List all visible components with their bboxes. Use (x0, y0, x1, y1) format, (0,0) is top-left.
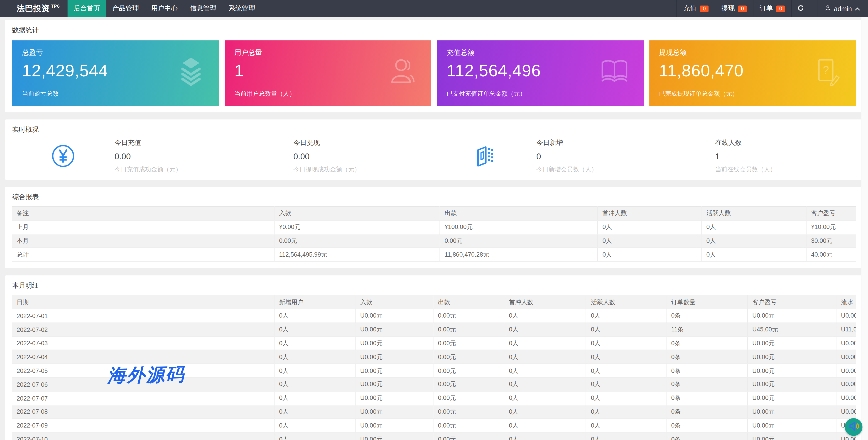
table-cell: 2022-07-05 (12, 364, 275, 378)
table-cell: 0条 (666, 364, 748, 378)
table-cell: 0人 (504, 309, 586, 323)
column-header: 备注 (12, 206, 275, 221)
table-cell: U0.00元 (836, 364, 856, 378)
table-cell: 0人 (274, 405, 355, 419)
table-cell: 总计 (12, 248, 275, 262)
table-row: 总计112,564,495.99元11,860,470.28元0人0人40.00… (12, 248, 856, 262)
table-cell: 0人 (702, 248, 807, 262)
table-cell: 11,860,470.28元 (440, 248, 598, 262)
table-cell: ¥0.00元 (274, 221, 440, 234)
menu-item[interactable]: 信息管理 (184, 0, 222, 17)
navbar: 法巴投资 TP6 后台首页产品管理用户中心信息管理系统管理 充值0提现0订单0 … (0, 0, 868, 17)
summary-report-table: 备注入款出款首冲人数活跃人数客户盈亏上月¥0.00元¥100.00元0人0人¥1… (12, 206, 856, 262)
table-cell: 上月 (12, 221, 275, 234)
realtime-panel: 实时概况 今日充值 0.00 今日充值成功金额（元） (5, 120, 863, 180)
realtime-panel-title: 实时概况 (12, 126, 856, 133)
refresh-button[interactable] (791, 0, 810, 17)
sound-toggle-button[interactable] (845, 418, 862, 436)
navbar-right: 充值0提现0订单0 admin (677, 0, 868, 17)
summary-report-title: 综合报表 (12, 194, 856, 200)
table-row: 2022-07-030人U0.00元0.00元0人0人0条U0.00元U0.00… (12, 336, 856, 350)
quick-counters: 充值0提现0订单0 (677, 0, 791, 17)
table-cell: U0.00元 (355, 309, 433, 323)
table-cell: 0条 (666, 405, 748, 419)
table-cell: 2022-07-02 (12, 323, 275, 336)
menu-item[interactable]: 产品管理 (106, 0, 145, 17)
stat-value: 0.00 (293, 151, 433, 161)
table-cell: 0人 (586, 323, 666, 336)
table-cell: U0.00元 (836, 309, 856, 323)
stat-label: 今日新增 (536, 138, 676, 147)
stats-panel: 数据统计 总盈亏 12,429,544 当前盈亏总数 (5, 20, 863, 112)
chevron-up-icon (855, 5, 860, 12)
table-cell: 0.00元 (433, 364, 504, 378)
quick-counter-label: 充值 (683, 4, 697, 13)
table-cell: 0.00元 (433, 432, 504, 440)
realtime-stat-online: 在线人数 1 当前在线会员数（人） (715, 138, 855, 174)
column-header: 出款 (433, 295, 504, 309)
count-badge: 0 (776, 5, 785, 12)
card-label: 用户总量 (235, 48, 421, 57)
table-cell: 2022-07-07 (12, 391, 275, 405)
table-cell: 2022-07-08 (12, 405, 275, 419)
count-badge: 0 (700, 5, 709, 12)
menu-item[interactable]: 系统管理 (222, 0, 261, 17)
table-cell: 0人 (702, 221, 807, 234)
column-header: 日期 (12, 295, 275, 309)
table-cell: 0人 (504, 432, 586, 440)
table-cell: U0.00元 (355, 377, 433, 391)
table-cell: 0人 (504, 419, 586, 433)
realtime-group-money: 今日充值 0.00 今日充值成功金额（元） 今日提现 0.00 今日提现成功金额… (12, 138, 434, 174)
table-cell: 0人 (586, 309, 666, 323)
table-cell: 0.00元 (433, 391, 504, 405)
svg-text:?: ? (823, 64, 829, 77)
table-cell: 2022-07-03 (12, 336, 275, 350)
table-cell: U0.00元 (355, 350, 433, 364)
table-cell: U0.00元 (355, 432, 433, 440)
table-cell: 2022-07-01 (12, 309, 275, 323)
brand-logo[interactable]: 法巴投资 TP6 (0, 0, 68, 17)
yuan-circle-icon (51, 144, 75, 168)
quick-counter[interactable]: 订单0 (753, 0, 791, 17)
menu-item[interactable]: 后台首页 (68, 0, 106, 17)
username: admin (834, 5, 852, 12)
table-cell: 0人 (586, 405, 666, 419)
column-header: 活跃人数 (586, 295, 666, 309)
main-menu: 后台首页产品管理用户中心信息管理系统管理 (68, 0, 261, 17)
card-label: 提现总额 (659, 48, 846, 57)
table-cell: U0.00元 (355, 323, 433, 336)
table-cell: U0.00元 (355, 336, 433, 350)
table-cell: 0.00元 (433, 377, 504, 391)
realtime-group-members: 今日新增 0 今日新增会员数（人） 在线人数 1 当前在线会员数（人） (434, 138, 856, 174)
table-row: 2022-07-090人U0.00元0.00元0人0人0条U0.00元U0.00… (12, 419, 856, 433)
stat-card-total-withdraw: 提现总额 11,860,470 已完成提现订单总金额（元） ? (649, 40, 856, 106)
menu-item[interactable]: 用户中心 (145, 0, 184, 17)
column-header: 出款 (440, 206, 598, 221)
card-desc: 当前盈亏总数 (22, 90, 209, 98)
table-cell: U0.00元 (836, 336, 856, 350)
table-cell: 112,564,495.99元 (274, 248, 440, 262)
quick-counter[interactable]: 充值0 (677, 0, 715, 17)
table-row: 2022-07-070人U0.00元0.00元0人0人0条U0.00元U0.00… (12, 391, 856, 405)
table-cell: U0.00元 (747, 350, 836, 364)
table-row: 2022-07-010人U0.00元0.00元0人0人0条U0.00元U0.00… (12, 309, 856, 323)
column-header: 活跃人数 (702, 206, 807, 221)
table-cell: U0.00元 (355, 364, 433, 378)
quick-counter[interactable]: 提现0 (715, 0, 753, 17)
stat-cards: 总盈亏 12,429,544 当前盈亏总数 用户总量 1 (12, 40, 856, 106)
table-cell: 0人 (274, 391, 355, 405)
table-cell: 0.00元 (433, 405, 504, 419)
refresh-icon (797, 4, 804, 13)
speaker-icon (848, 420, 859, 433)
card-desc: 已支付充值订单总金额（元） (447, 90, 633, 98)
table-cell: 0条 (666, 336, 748, 350)
stat-card-total-users: 用户总量 1 当前用户总数量（人） (224, 40, 431, 106)
scrollbar[interactable] (861, 17, 868, 440)
realtime-stat-today-withdraw: 今日提现 0.00 今日提现成功金额（元） (293, 138, 433, 174)
user-menu[interactable]: admin (818, 0, 868, 17)
brand-version: TP6 (51, 4, 60, 9)
table-cell: 0人 (586, 336, 666, 350)
table-cell: 0.00元 (440, 234, 598, 248)
column-header: 首冲人数 (504, 295, 586, 309)
stat-desc: 今日提现成功金额（元） (293, 166, 433, 174)
